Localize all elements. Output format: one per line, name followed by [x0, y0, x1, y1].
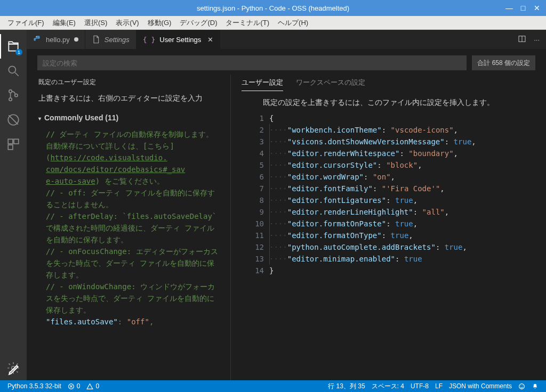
svg-rect-7: [8, 145, 13, 150]
code-line[interactable]: ····"editor.cursorStyle": "block",: [269, 159, 546, 171]
settings-search-row: 合計 658 個の設定: [27, 49, 546, 75]
menubar: ファイル(F) 編集(E) 選択(S) 表示(V) 移動(G) デバッグ(D) …: [0, 16, 546, 30]
minimize-button[interactable]: —: [503, 4, 515, 12]
svg-point-12: [519, 383, 525, 389]
section-commonly-used[interactable]: Commonly Used (11): [38, 113, 230, 122]
line-number: 1: [250, 112, 264, 124]
settings-body: 既定のユーザー設定 上書きするには、右側のエディターに設定を入力 Commonl…: [27, 75, 546, 380]
settings-count: 合計 658 個の設定: [472, 55, 535, 70]
debug-icon[interactable]: [0, 108, 27, 132]
code-line[interactable]: {: [269, 112, 546, 124]
code-line[interactable]: ····"editor.minimap.enabled": true: [269, 253, 546, 265]
svg-point-9: [36, 36, 36, 37]
status-feedback-icon[interactable]: [515, 383, 528, 390]
svg-rect-5: [8, 139, 13, 144]
extensions-icon[interactable]: [0, 132, 27, 157]
line-number: 11: [250, 230, 264, 241]
line-number: 13: [250, 253, 264, 265]
error-icon: [68, 383, 75, 390]
search-icon[interactable]: [0, 59, 27, 83]
user-settings-panel: ユーザー設定 ワークスペースの設定 既定の設定を上書きするには、このファイル内に…: [230, 75, 546, 380]
bell-icon: [532, 383, 539, 390]
explorer-badge: 1: [15, 49, 22, 55]
file-icon: [92, 35, 100, 44]
warning-icon: [86, 383, 93, 390]
line-number: 8: [250, 194, 264, 206]
code-line[interactable]: ····"workbench.iconTheme": "vscode-icons…: [269, 124, 546, 136]
user-settings-subtitle: 既定の設定を上書きするには、このファイル内に設定を挿入します。: [231, 91, 546, 111]
close-button[interactable]: ✕: [531, 4, 543, 12]
svg-point-13: [520, 385, 521, 386]
svg-point-3: [15, 94, 18, 96]
line-number: 7: [250, 183, 264, 194]
dirty-indicator-icon: [74, 37, 78, 42]
menu-terminal[interactable]: ターミナル(T): [221, 18, 274, 28]
glyph-margin: [231, 111, 250, 380]
menu-help[interactable]: ヘルプ(H): [274, 18, 312, 28]
tab-user-settings[interactable]: { } User Settings ✕: [136, 30, 221, 49]
status-line-col[interactable]: 行 13、列 35: [325, 382, 368, 391]
tab-label: User Settings: [159, 36, 201, 44]
menu-select[interactable]: 選択(S): [80, 18, 111, 28]
code-line[interactable]: ····"editor.renderWhitespace": "boundary…: [269, 148, 546, 159]
tab-hello-py[interactable]: hello.py: [27, 30, 85, 49]
status-indent[interactable]: スペース: 4: [368, 382, 407, 391]
menu-go[interactable]: 移動(G): [143, 18, 176, 28]
menu-edit[interactable]: 編集(E): [49, 18, 80, 28]
status-warnings[interactable]: 0: [83, 382, 102, 390]
line-number: 14: [250, 265, 264, 276]
code-lines[interactable]: {····"workbench.iconTheme": "vscode-icon…: [269, 111, 546, 380]
explorer-icon[interactable]: 1: [0, 34, 27, 59]
smiley-icon: [518, 383, 525, 390]
svg-point-0: [9, 66, 15, 73]
code-line[interactable]: ····"editor.formatOnPaste": true,: [269, 218, 546, 230]
default-settings-title: 既定のユーザー設定: [38, 78, 230, 87]
status-eol[interactable]: LF: [432, 382, 446, 390]
more-actions-icon[interactable]: ···: [534, 36, 540, 44]
line-number: 4: [250, 148, 264, 159]
tab-close-icon[interactable]: ✕: [207, 36, 213, 44]
titlebar: settings.json - Python - Code - OSS (hea…: [0, 0, 546, 16]
code-line[interactable]: ····"editor.renderLineHighlight": "all",: [269, 206, 546, 218]
scope-tab-workspace[interactable]: ワークスペースの設定: [296, 78, 365, 91]
code-line[interactable]: ····"editor.formatOnType": true,: [269, 230, 546, 241]
python-file-icon: [33, 35, 42, 44]
split-editor-icon[interactable]: [518, 35, 526, 45]
editor-tab-bar: hello.py Settings { } User Settings ✕ ··…: [27, 30, 546, 49]
maximize-button[interactable]: □: [517, 4, 529, 12]
editor-area: hello.py Settings { } User Settings ✕ ··…: [27, 30, 546, 380]
code-line[interactable]: ····"vsicons.dontShowNewVersionMessage":…: [269, 136, 546, 148]
status-language[interactable]: JSON with Comments: [446, 382, 515, 390]
titlebar-title: settings.json - Python - Code - OSS (hea…: [197, 4, 349, 12]
default-settings-content[interactable]: // ダーティ ファイルの自動保存を制御します。自動保存について詳しくは、[こち…: [38, 128, 230, 380]
scope-tab-user[interactable]: ユーザー設定: [242, 78, 283, 91]
tab-label: Settings: [105, 36, 130, 44]
line-number: 9: [250, 206, 264, 218]
code-line[interactable]: ····"python.autoComplete.addBrackets": t…: [269, 241, 546, 253]
tab-settings[interactable]: Settings: [85, 30, 136, 49]
code-line[interactable]: }: [269, 265, 546, 276]
status-notifications-icon[interactable]: [528, 383, 542, 390]
status-encoding[interactable]: UTF-8: [407, 382, 432, 390]
code-line[interactable]: ····"editor.wordWrap": "on",: [269, 171, 546, 183]
pencil-icon: [7, 362, 21, 376]
line-number: 12: [250, 241, 264, 253]
status-errors[interactable]: 0: [65, 382, 84, 390]
status-python-version[interactable]: Python 3.5.3 32-bit: [4, 382, 65, 390]
json-file-icon: { }: [143, 36, 155, 44]
code-line[interactable]: ····"editor.fontFamily": "'Fira Code'",: [269, 183, 546, 194]
code-line[interactable]: ····"editor.fontLigatures": true,: [269, 194, 546, 206]
menu-debug[interactable]: デバッグ(D): [175, 18, 221, 28]
menu-view[interactable]: 表示(V): [111, 18, 143, 28]
settings-gear-icon[interactable]: [0, 356, 27, 380]
comment-line: // - onFocusChange: エディターがフォーカスを失った時点で、ダ…: [46, 246, 220, 281]
menu-file[interactable]: ファイル(F): [3, 18, 49, 28]
comment-line: // - afterDelay: `files.autoSaveDelay` で…: [46, 210, 220, 246]
settings-search-input[interactable]: [37, 55, 467, 70]
comment-line: (https://code.visualstudio.com/docs/edit…: [46, 152, 220, 187]
settings-json-editor[interactable]: 1234567891011121314 {····"workbench.icon…: [231, 111, 546, 380]
activity-bar: 1: [0, 30, 27, 380]
default-kv: "files.autoSave": "off",: [46, 316, 220, 328]
svg-point-1: [9, 90, 12, 93]
source-control-icon[interactable]: [0, 83, 27, 108]
